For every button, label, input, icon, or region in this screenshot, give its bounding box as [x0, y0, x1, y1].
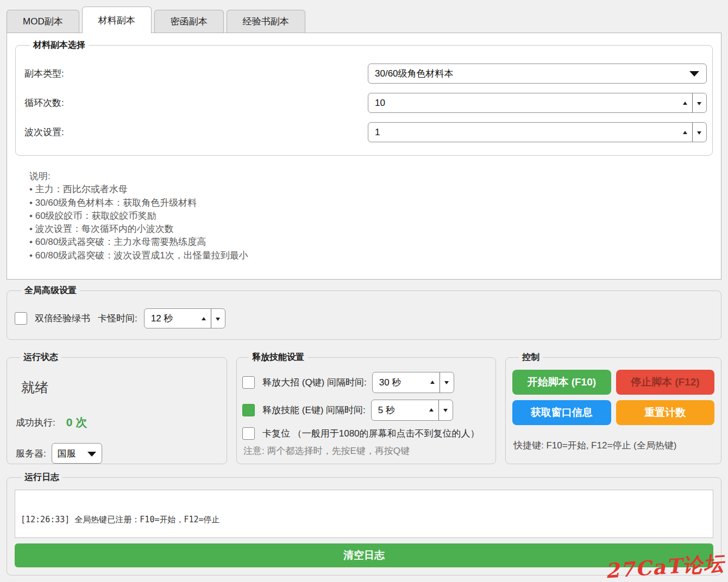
global-settings-group: 全局高级设置 双倍经验绿书 卡怪时间: 12 秒 [7, 285, 721, 340]
double-exp-checkbox[interactable] [15, 312, 27, 325]
log-entry: [12:26:33] 全局热键已注册：F10=开始，F12=停止 [21, 515, 707, 525]
skill-settings-group: 释放技能设置 释放大招 (Q键) 间隔时间: 30 秒 释放技能 (E键) 间隔… [236, 352, 496, 464]
description-line: • 60级皎皎币：获取皎皎币奖励 [29, 210, 713, 223]
description-line: • 波次设置：每次循环内的小波次数 [29, 223, 713, 236]
tab-bar: MOD副本 材料副本 密函副本 经验书副本 [0, 5, 728, 33]
dungeon-type-select[interactable]: 30/60级角色材料本 [368, 64, 707, 84]
q-interval-value: 30 秒 [379, 376, 401, 389]
spin-down-button[interactable] [443, 409, 448, 412]
description-line: • 60/80级武器突破：波次设置成1次，出怪量拉到最小 [29, 249, 713, 262]
skill-note: 注意: 两个都选择时，先按E键，再按Q键 [243, 445, 490, 457]
spin-divider [440, 372, 440, 393]
loop-count-label: 循环次数: [23, 97, 64, 109]
skill-e-checkbox[interactable] [242, 404, 255, 416]
description-line: 说明: [29, 170, 713, 183]
spin-up-button[interactable] [430, 381, 435, 384]
control-group: 控制 开始脚本 (F10) 停止脚本 (F12) 获取窗口信息 重置计数 快捷键… [505, 352, 721, 464]
reset-count-button[interactable]: 重置计数 [616, 400, 715, 425]
clear-log-button[interactable]: 清空日志 [15, 543, 713, 567]
spin-up-button[interactable] [202, 317, 206, 320]
status-text: 就绪 [21, 378, 220, 396]
start-script-button[interactable]: 开始脚本 (F10) [512, 370, 611, 395]
description-line: • 60/80级武器突破：主力水母需要熟练度高 [29, 236, 713, 249]
control-legend: 控制 [519, 352, 543, 363]
spin-divider [692, 123, 693, 142]
dropdown-arrow-icon [87, 452, 96, 457]
spin-down-button[interactable] [697, 102, 701, 105]
get-window-info-button[interactable]: 获取窗口信息 [512, 400, 611, 425]
loop-count-spinner[interactable]: 10 [368, 93, 707, 113]
stuck-time-label: 卡怪时间: [98, 312, 137, 325]
q-interval-spinner[interactable]: 30 秒 [372, 372, 454, 393]
material-select-group: 材料副本选择 副本类型: 30/60级角色材料本 循环次数: 10 波次设置: … [15, 40, 713, 156]
stuck-time-spinner[interactable]: 12 秒 [144, 308, 225, 328]
wave-setting-spinner[interactable]: 1 [368, 122, 707, 142]
run-log-legend: 运行日志 [21, 472, 62, 483]
e-interval-value: 5 秒 [378, 404, 395, 416]
tab-letter-dungeon[interactable]: 密函副本 [154, 10, 224, 33]
stuck-time-value: 12 秒 [151, 312, 173, 325]
spin-up-button[interactable] [683, 102, 687, 105]
skill-e-label: 释放技能 (E键) 间隔时间: [262, 404, 366, 416]
success-count-label: 成功执行: [16, 416, 55, 429]
spin-down-button[interactable] [444, 381, 449, 384]
ultimate-q-checkbox[interactable] [242, 376, 255, 389]
ultimate-q-label: 释放大招 (Q键) 间隔时间: [262, 376, 367, 389]
tab-mod-dungeon[interactable]: MOD副本 [7, 10, 79, 33]
run-status-group: 运行状态 就绪 成功执行: 0 次 服务器: 国服 [7, 352, 227, 464]
server-label: 服务器: [16, 447, 46, 460]
tab-expbook-dungeon[interactable]: 经验书副本 [227, 10, 305, 33]
spin-down-button[interactable] [216, 318, 220, 321]
e-interval-spinner[interactable]: 5 秒 [371, 400, 453, 421]
description-line: • 30/60级角色材料本：获取角色升级材料 [29, 197, 713, 210]
spin-divider [438, 400, 439, 420]
double-exp-label: 双倍经验绿书 [35, 312, 90, 325]
reset-position-label: 卡复位 （一般用于1080的屏幕和点击不到复位的人） [262, 427, 480, 440]
dungeon-type-label: 副本类型: [23, 67, 64, 80]
spin-up-button[interactable] [429, 408, 434, 412]
middle-row: 运行状态 就绪 成功执行: 0 次 服务器: 国服 释放技能设置 释放大招 (Q… [7, 352, 721, 464]
material-description: 说明: • 主力：西比尔或者水母 • 30/60级角色材料本：获取角色升级材料 … [29, 170, 713, 262]
hotkey-note: 快捷键: F10=开始, F12=停止 (全局热键) [513, 439, 714, 452]
spin-down-button[interactable] [697, 131, 701, 135]
wave-setting-value: 1 [375, 127, 380, 138]
server-value: 国服 [58, 447, 76, 460]
dungeon-type-value: 30/60级角色材料本 [375, 67, 454, 80]
global-settings-legend: 全局高级设置 [21, 285, 80, 296]
success-count-value: 0 次 [66, 415, 87, 430]
reset-position-checkbox[interactable] [242, 427, 255, 440]
wave-setting-label: 波次设置: [23, 126, 64, 138]
loop-count-value: 10 [375, 98, 385, 109]
log-output[interactable]: [12:26:33] 全局热键已注册：F10=开始，F12=停止 [15, 490, 713, 538]
spin-divider [211, 309, 211, 328]
material-select-legend: 材料副本选择 [30, 40, 89, 51]
run-status-legend: 运行状态 [20, 352, 61, 363]
skill-settings-legend: 释放技能设置 [249, 352, 307, 363]
run-log-group: 运行日志 [12:26:33] 全局热键已注册：F10=开始，F12=停止 清空… [7, 472, 721, 575]
spin-up-button[interactable] [683, 131, 687, 134]
tab-material-dungeon[interactable]: 材料副本 [82, 7, 152, 33]
material-tab-panel: 材料副本选择 副本类型: 30/60级角色材料本 循环次数: 10 波次设置: … [7, 33, 721, 280]
stop-script-button[interactable]: 停止脚本 (F12) [616, 370, 715, 395]
description-line: • 主力：西比尔或者水母 [29, 183, 713, 196]
spin-divider [692, 93, 693, 112]
server-select[interactable]: 国服 [52, 443, 102, 464]
dropdown-arrow-icon [689, 71, 699, 77]
